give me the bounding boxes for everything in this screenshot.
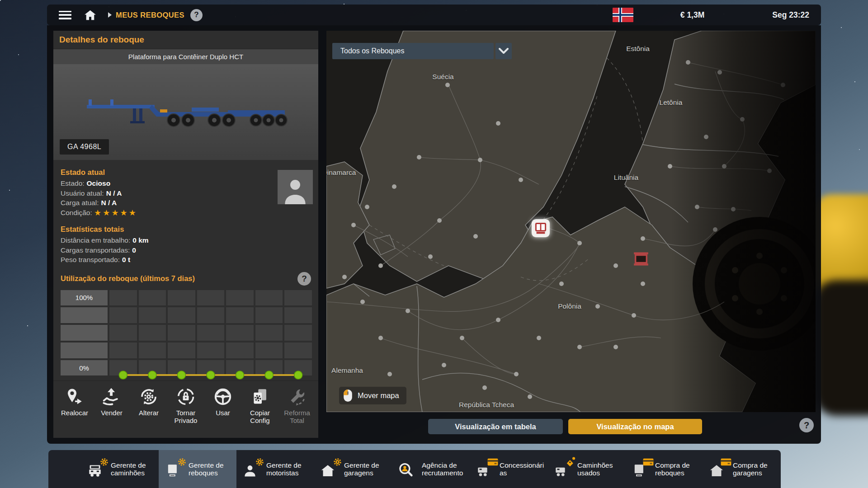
chart-cell: [139, 307, 166, 323]
chart-ytick: 0%: [61, 360, 108, 376]
current-state-header: Estado atual: [61, 168, 311, 177]
chart-cell: [197, 343, 225, 358]
chart-cell: [284, 343, 312, 358]
nav-item-truck-manager[interactable]: Gerente de caminhões: [81, 450, 159, 488]
chart-cell: [197, 307, 225, 323]
norway-flag-icon: [613, 8, 633, 22]
chart-cell: [168, 325, 195, 341]
chart-cell: [109, 360, 137, 376]
trailer-actions-bar: Realocar Vender Alterar Tornar Privado: [53, 381, 318, 438]
sell-button[interactable]: Vender: [93, 385, 130, 438]
garage-gear-icon: [321, 461, 339, 477]
chart-cell: [226, 307, 254, 323]
chart-cell: [139, 325, 166, 341]
chart-cell: [284, 360, 312, 376]
panel-body: Estado atual Estado:Ocioso Usuário atual…: [53, 160, 318, 378]
state-row: Estado:Ocioso: [61, 178, 311, 188]
driver-gear-icon: [243, 461, 261, 477]
chart-cell: [284, 325, 312, 341]
chart-cell: [139, 343, 166, 358]
chart-cell: [255, 343, 283, 358]
nav-item-garage-manager[interactable]: Gerente de garagens: [314, 450, 392, 488]
move-map-hint: Mover mapa: [339, 387, 406, 404]
chart-cell: [197, 290, 225, 306]
license-plate: GA 4968L: [60, 139, 109, 155]
chevron-down-icon[interactable]: [495, 43, 512, 59]
overhaul-wrench-icon: [278, 385, 316, 409]
weight-row: Peso transportado:0 t: [61, 255, 311, 265]
main-frame: Detalhes do reboque Plataforma para Cont…: [47, 25, 821, 444]
nav-item-trailer-manager[interactable]: Gerente de reboques: [159, 450, 236, 488]
chart-cell: [255, 360, 283, 376]
chart-cell: [226, 325, 254, 341]
menu-icon[interactable]: [59, 11, 71, 19]
chart-cell: [226, 343, 254, 358]
usage-chart: 100%0%: [61, 290, 312, 376]
usage-chart-grid: 100%0%: [61, 290, 312, 376]
chart-cell: [284, 290, 312, 306]
modify-gear-icon: [130, 385, 167, 409]
country-label-sweden: Suécia: [432, 73, 453, 81]
background-truck-wheel-shadow: [814, 280, 868, 416]
lock-icon: [167, 385, 204, 409]
nav-item-driver-manager[interactable]: Gerente de motoristas: [236, 450, 314, 488]
chart-cell: [168, 290, 195, 306]
game-clock: Seg 23:22: [772, 10, 809, 20]
trailer-marker[interactable]: [632, 252, 650, 266]
sell-hand-icon: [93, 385, 130, 409]
chart-ytick: [61, 307, 108, 323]
usage-header-row: Utilização do reboque (últimos 7 dias) ?: [61, 272, 311, 286]
chart-cell: [255, 325, 283, 341]
table-view-button[interactable]: Visualização em tabela: [428, 419, 563, 434]
chart-cell: [255, 307, 283, 323]
trailer-marker-selected[interactable]: [532, 219, 550, 237]
trailer-filter-dropdown[interactable]: Todos os Reboques: [332, 43, 494, 59]
chart-cell: [139, 290, 166, 306]
trailer-purchase-icon: [632, 461, 650, 477]
trailer-map[interactable]: Estônia Suécia Letônia Dinamarca Lituâni…: [326, 31, 816, 412]
country-label-czechia: República Tcheca: [459, 401, 514, 409]
chart-cell: [109, 307, 137, 323]
chart-ytick: [61, 325, 108, 341]
chart-cell: [226, 290, 254, 306]
night-sky-stars: [0, 0, 1, 1]
country-label-germany: Alemanha: [331, 366, 363, 375]
copy-config-icon: [241, 385, 278, 409]
country-label-latvia: Letônia: [660, 99, 683, 107]
nav-item-dealerships[interactable]: Concessionárias: [470, 450, 547, 488]
steering-wheel-icon: [204, 385, 241, 409]
total-overhaul-button[interactable]: Reforma Total: [278, 385, 316, 438]
condition-row: Condição: ★★★★★: [61, 208, 311, 218]
jobs-row: Cargas transportadas:0: [61, 245, 311, 255]
chart-cell: [255, 290, 283, 306]
country-label-poland: Polônia: [558, 302, 581, 310]
dealership-truck-icon: [476, 461, 494, 477]
chart-cell: [168, 307, 195, 323]
make-private-button[interactable]: Tornar Privado: [167, 385, 204, 438]
nav-item-garage-purchase[interactable]: Compra de garagens: [703, 450, 781, 488]
nav-item-trailer-purchase[interactable]: Compra de reboques: [625, 450, 703, 488]
trailer-gear-icon: [165, 461, 183, 477]
copy-config-button[interactable]: Copiar Config: [241, 385, 278, 438]
management-nav-bar: Gerente de caminhões Gerente de reboques…: [48, 450, 781, 488]
money-balance: € 1,3M: [680, 10, 705, 20]
recruitment-search-icon: [398, 461, 416, 477]
chart-cell: [284, 307, 312, 323]
map-view-button[interactable]: Visualização no mapa: [568, 419, 702, 434]
usage-help-icon[interactable]: ?: [297, 272, 311, 286]
trailer-details-panel: Detalhes do reboque Plataforma para Cont…: [53, 31, 318, 438]
relocate-button[interactable]: Realocar: [56, 385, 93, 438]
home-icon[interactable]: [84, 9, 96, 21]
chart-ytick: 100%: [61, 290, 108, 306]
nav-item-recruitment-agency[interactable]: Agência de recrutamento: [392, 450, 470, 488]
nav-item-used-trucks[interactable]: Caminhões usados: [547, 450, 625, 488]
chart-cell: [197, 325, 225, 341]
trailer-image: GA 4968L: [53, 64, 318, 160]
use-button[interactable]: Usar: [204, 385, 241, 438]
chart-cell: [109, 325, 137, 341]
panel-title: Detalhes do reboque: [53, 31, 318, 49]
view-help-icon[interactable]: ?: [799, 418, 814, 432]
help-icon[interactable]: ?: [190, 9, 203, 21]
usage-title: Utilização do reboque (últimos 7 dias): [61, 274, 195, 283]
modify-button[interactable]: Alterar: [130, 385, 167, 438]
